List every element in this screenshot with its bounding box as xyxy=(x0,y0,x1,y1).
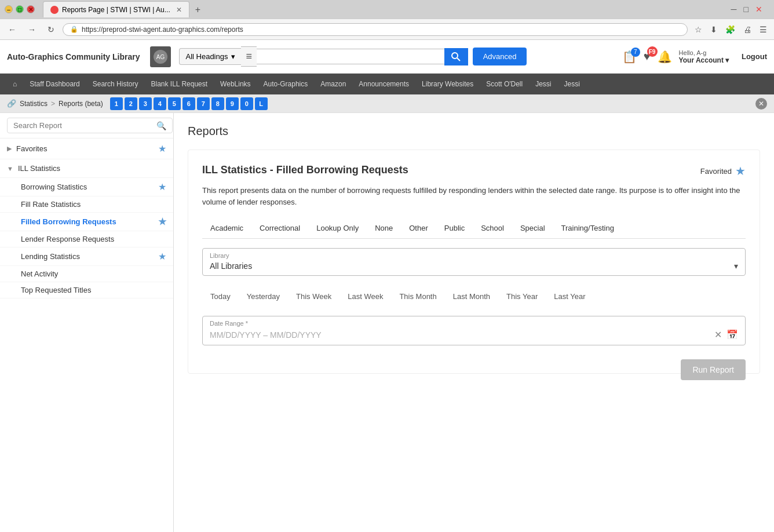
date-clear-icon[interactable]: ✕ xyxy=(714,329,722,340)
sidebar-item-favorites[interactable]: ▶ Favorites ★ xyxy=(0,139,173,159)
search-report-input[interactable] xyxy=(7,118,173,133)
nav-auto-graphics[interactable]: Auto-Graphics xyxy=(258,76,314,92)
breadcrumb-statistics[interactable]: Statistics xyxy=(20,100,48,108)
main-search-input[interactable] xyxy=(262,52,439,61)
favorites-star-icon[interactable]: ★ xyxy=(158,143,166,154)
lib-tab-school[interactable]: School xyxy=(473,219,512,238)
notifications-btn[interactable]: 📋 7 xyxy=(622,50,637,64)
tab-close-icon[interactable]: ✕ xyxy=(176,6,182,14)
stack-icon[interactable]: ≡ xyxy=(241,46,257,67)
lib-tab-academic[interactable]: Academic xyxy=(202,219,251,238)
headings-select[interactable]: All Headings ▾ xyxy=(179,48,241,65)
nav-scott-odell[interactable]: Scott O'Dell xyxy=(480,76,528,92)
date-tab-today[interactable]: Today xyxy=(202,287,239,307)
alpha-btn-7[interactable]: 7 xyxy=(197,97,210,110)
lib-tab-special[interactable]: Special xyxy=(512,219,553,238)
lending-star-icon[interactable]: ★ xyxy=(158,251,166,262)
nav-search-history[interactable]: Search History xyxy=(87,76,144,92)
new-tab-btn[interactable]: + xyxy=(191,2,205,17)
back-btn[interactable]: ← xyxy=(5,24,20,35)
date-range-input[interactable]: Date Range * MM/DD/YYYY – MM/DD/YYYY ✕ 📅 xyxy=(202,316,746,345)
sidebar-subitem-lending[interactable]: Lending Statistics ★ xyxy=(0,247,173,266)
date-tab-last-year[interactable]: Last Year xyxy=(546,287,593,307)
date-tab-this-week[interactable]: This Week xyxy=(288,287,339,307)
alpha-btn-3[interactable]: 3 xyxy=(139,97,152,110)
nav-jessi-2[interactable]: Jessi xyxy=(558,76,586,92)
window-close-x-btn[interactable]: ✕ xyxy=(753,3,765,15)
breadcrumb-reports[interactable]: Reports (beta) xyxy=(59,100,103,108)
sidebar-subitem-top-requested[interactable]: Top Requested Titles xyxy=(0,282,173,298)
filled-borrowing-star-icon[interactable]: ★ xyxy=(158,216,166,227)
window-restore-btn[interactable]: □ xyxy=(742,3,751,15)
account-chevron-icon: ▾ xyxy=(725,56,729,64)
alpha-btn-9[interactable]: 9 xyxy=(226,97,239,110)
date-tab-last-week[interactable]: Last Week xyxy=(339,287,391,307)
nav-amazon[interactable]: Amazon xyxy=(315,76,352,92)
lending-statistics-label: Lending Statistics xyxy=(21,252,158,261)
alpha-btn-8[interactable]: 8 xyxy=(211,97,224,110)
nav-announcements[interactable]: Announcements xyxy=(353,76,415,92)
sidebar-item-ill-statistics[interactable]: ▼ ILL Statistics xyxy=(0,159,173,178)
alerts-btn[interactable]: 🔔 xyxy=(658,50,672,64)
page-title: Reports xyxy=(188,125,760,138)
advanced-btn[interactable]: Advanced xyxy=(473,48,527,65)
alpha-btn-0[interactable]: 0 xyxy=(240,97,253,110)
date-tab-yesterday[interactable]: Yesterday xyxy=(239,287,288,307)
url-box[interactable]: 🔒 https://preprod-stwi-agent.auto-graphi… xyxy=(63,23,688,36)
lib-tab-other[interactable]: Other xyxy=(401,219,436,238)
alpha-btn-L[interactable]: L xyxy=(255,97,268,110)
window-close-btn[interactable]: ✕ xyxy=(27,5,35,13)
search-btn[interactable] xyxy=(444,48,468,65)
download-btn[interactable]: ⬇ xyxy=(708,24,720,35)
sidebar-search-icon[interactable]: 🔍 xyxy=(156,121,166,130)
bookmark-btn[interactable]: ☆ xyxy=(692,24,704,35)
favorites-btn[interactable]: ♥ F9 xyxy=(644,50,651,63)
date-tab-last-month[interactable]: Last Month xyxy=(445,287,498,307)
menu-btn[interactable]: ☰ xyxy=(757,24,769,35)
sidebar-subitem-borrowing[interactable]: Borrowing Statistics ★ xyxy=(0,178,173,196)
top-requested-label: Top Requested Titles xyxy=(21,286,166,294)
active-tab[interactable]: Reports Page | STWI | STWI | Au... ✕ xyxy=(43,1,189,17)
report-title: ILL Statistics - Filled Borrowing Reques… xyxy=(202,164,700,176)
nav-home[interactable]: ⌂ xyxy=(7,76,23,92)
lender-response-label: Lender Response Requests xyxy=(21,235,166,243)
minimize-btn[interactable]: – xyxy=(5,5,13,13)
nav-jessi-1[interactable]: Jessi xyxy=(530,76,557,92)
lib-tab-training[interactable]: Training/Testing xyxy=(553,219,622,238)
account-section[interactable]: Hello, A-g Your Account ▾ xyxy=(679,49,729,64)
alpha-btn-5[interactable]: 5 xyxy=(168,97,181,110)
window-minimize-btn[interactable]: ─ xyxy=(729,3,739,15)
sidebar-subitem-filled-borrowing[interactable]: Filled Borrowing Requests ★ xyxy=(0,213,173,231)
lib-tab-public[interactable]: Public xyxy=(436,219,473,238)
lib-tab-lookup[interactable]: Lookup Only xyxy=(308,219,367,238)
calendar-icon[interactable]: 📅 xyxy=(726,329,738,340)
sidebar-subitem-net-activity[interactable]: Net Activity xyxy=(0,266,173,282)
breadcrumb-close-btn[interactable]: ✕ xyxy=(755,98,767,110)
link-icon: 🔗 xyxy=(7,99,16,108)
maximize-btn[interactable]: □ xyxy=(16,5,24,13)
sidebar-subitem-fillrate[interactable]: Fill Rate Statistics xyxy=(0,196,173,213)
alpha-btn-4[interactable]: 4 xyxy=(154,97,166,110)
alpha-btn-2[interactable]: 2 xyxy=(125,97,137,110)
print-btn[interactable]: 🖨 xyxy=(741,24,754,35)
nav-blank-ill[interactable]: Blank ILL Request xyxy=(145,76,213,92)
svg-line-3 xyxy=(457,58,460,61)
forward-btn[interactable]: → xyxy=(24,24,39,35)
nav-library-websites[interactable]: Library Websites xyxy=(416,76,479,92)
lib-tab-correctional[interactable]: Correctional xyxy=(251,219,308,238)
sidebar-subitem-lender-response[interactable]: Lender Response Requests xyxy=(0,231,173,247)
run-report-btn[interactable]: Run Report xyxy=(681,359,746,380)
date-tab-this-month[interactable]: This Month xyxy=(391,287,444,307)
lib-tab-none[interactable]: None xyxy=(367,219,401,238)
library-dropdown[interactable]: Library All Libraries ▾ xyxy=(202,248,746,276)
nav-weblinks[interactable]: WebLinks xyxy=(214,76,256,92)
borrowing-star-icon[interactable]: ★ xyxy=(158,181,166,192)
logout-btn[interactable]: Logout xyxy=(742,52,767,61)
nav-staff-dashboard[interactable]: Staff Dashboard xyxy=(24,76,86,92)
alpha-btn-6[interactable]: 6 xyxy=(182,97,195,110)
refresh-btn[interactable]: ↻ xyxy=(44,24,58,35)
favorited-star-icon[interactable]: ★ xyxy=(735,164,746,178)
extensions-btn[interactable]: 🧩 xyxy=(723,24,738,35)
date-tab-this-year[interactable]: This Year xyxy=(498,287,546,307)
alpha-btn-1[interactable]: 1 xyxy=(110,97,123,110)
